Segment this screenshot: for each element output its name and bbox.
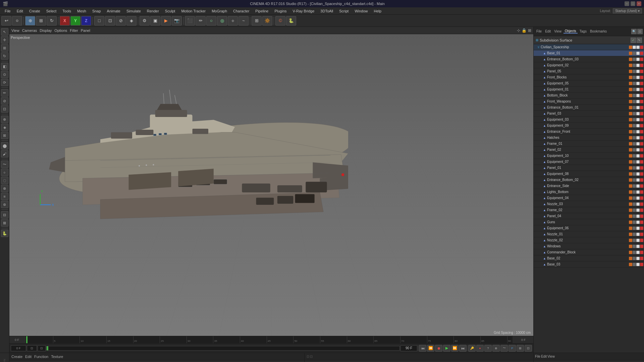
component-mode[interactable]: ⊡ — [105, 16, 115, 25]
rotate-tool[interactable]: ↻ — [47, 16, 57, 25]
obj-row-base-02[interactable]: ▲ Base_02 — [534, 255, 644, 261]
dot-white-7[interactable] — [636, 94, 640, 97]
obj-row-entrance-bottom-01[interactable]: ▲ Entrance_Bottom_01 — [534, 105, 644, 111]
dot-gray-12[interactable] — [633, 124, 636, 127]
dot-orange-16[interactable] — [629, 148, 632, 152]
dot-red-12[interactable] — [640, 124, 643, 127]
dot-white-24[interactable] — [636, 196, 640, 200]
dot-white-30[interactable] — [636, 233, 640, 236]
dot-orange-10[interactable] — [629, 112, 632, 115]
edge-mode[interactable]: ⊘ — [116, 16, 126, 25]
knife-tool[interactable]: ⊘ — [1, 97, 8, 105]
dot-orange-0[interactable] — [629, 52, 632, 55]
obj-row-equipment-03[interactable]: ▲ Equipment_03 — [534, 117, 644, 123]
cube-tool[interactable]: ⬛ — [185, 16, 195, 25]
dot-orange-19[interactable] — [629, 166, 632, 170]
nurbs-tool[interactable]: ○ — [206, 16, 216, 25]
menu-help[interactable]: Help — [371, 8, 384, 14]
dot-white-13[interactable] — [636, 130, 640, 133]
hair-tool[interactable]: ~ — [238, 16, 249, 25]
dot-orange-30[interactable] — [629, 233, 632, 236]
menu-vray[interactable]: V-Ray Bridge — [290, 8, 317, 14]
dot-white-5[interactable] — [636, 82, 640, 85]
dot-white-23[interactable] — [636, 190, 640, 194]
dot-orange-26[interactable] — [629, 208, 632, 212]
menu-3dtoall[interactable]: 3DToAll — [318, 8, 336, 14]
menu-character[interactable]: Character — [230, 8, 252, 14]
dot-white-10[interactable] — [636, 112, 640, 115]
vp-cameras-menu[interactable]: Cameras — [22, 28, 37, 33]
mat-texture-menu[interactable]: Texture — [51, 355, 63, 359]
obj-row-panel-02[interactable]: ▲ Panel_02 — [534, 147, 644, 153]
obj-row-entrance-front[interactable]: ▲ Entrance_Front — [534, 129, 644, 135]
menu-mograph[interactable]: MoGraph — [209, 8, 230, 14]
dot-orange-31[interactable] — [629, 239, 632, 242]
obj-row-panel-05[interactable]: ▲ Panel_05 — [534, 68, 644, 74]
python-left[interactable]: 🐍 — [1, 230, 8, 237]
dot-orange-25[interactable] — [629, 202, 632, 206]
dot-orange-6[interactable] — [629, 88, 632, 91]
obj-row-front-blocks[interactable]: ▲ Front_Blocks — [534, 74, 644, 80]
dot-gray-26[interactable] — [633, 208, 636, 212]
dot-gray-4[interactable] — [633, 76, 636, 79]
dot-gray-9[interactable] — [633, 106, 636, 109]
menu-motiontracker[interactable]: Motion Tracker — [178, 8, 208, 14]
menu-plugins[interactable]: Plugins — [272, 8, 289, 14]
obj-row-nozzle-01[interactable]: ▲ Nozzle_01 — [534, 231, 644, 237]
rotate-tool-left[interactable]: ↻ — [1, 52, 8, 60]
dot-red-17[interactable] — [640, 154, 643, 158]
dot-white-11[interactable] — [636, 118, 640, 121]
loop-select[interactable]: ⟳ — [1, 79, 8, 86]
current-frame-display[interactable]: 0 F — [11, 345, 26, 351]
polygon-mode[interactable]: ◈ — [126, 16, 137, 25]
dot-white-12[interactable] — [636, 124, 640, 127]
dot-red-26[interactable] — [640, 208, 643, 212]
end-frame-input[interactable] — [400, 345, 417, 351]
dot-red-31[interactable] — [640, 239, 643, 242]
dot-white-28[interactable] — [636, 221, 640, 224]
dot-gray-32[interactable] — [633, 245, 636, 248]
row-dot-4[interactable] — [640, 46, 643, 49]
prop-view[interactable]: View — [547, 355, 555, 358]
obj-file-tab[interactable]: File — [535, 29, 543, 33]
dot-orange-14[interactable] — [629, 136, 632, 139]
obj-row-base-01[interactable]: ▲ Base_01 — [534, 50, 644, 56]
dot-white-26[interactable] — [636, 208, 640, 212]
mat-edit-menu[interactable]: Edit — [25, 355, 32, 359]
effector-tool[interactable]: ⟡ — [228, 16, 238, 25]
dot-gray-0[interactable] — [633, 52, 636, 55]
dot-white-14[interactable] — [636, 136, 640, 139]
hair-left[interactable]: ≡ — [1, 193, 8, 200]
dot-orange-1[interactable] — [629, 58, 632, 61]
dot-red-20[interactable] — [640, 172, 643, 176]
dot-red-23[interactable] — [640, 190, 643, 194]
dot-white-22[interactable] — [636, 184, 640, 188]
dot-gray-30[interactable] — [633, 233, 636, 236]
vp-options-menu[interactable]: Options — [54, 28, 67, 33]
dot-red-6[interactable] — [640, 88, 643, 91]
live-select[interactable]: ⊙ — [1, 71, 8, 78]
obj-row-windows[interactable]: ▲ Windows — [534, 243, 644, 249]
dot-orange-29[interactable] — [629, 227, 632, 230]
bevel-tool[interactable]: ◈ — [1, 124, 8, 131]
deformer-tool[interactable]: ◎ — [217, 16, 227, 25]
obj-row-nozzle-02[interactable]: ▲ Nozzle_02 — [534, 237, 644, 243]
dot-white-19[interactable] — [636, 166, 640, 170]
dot-red-14[interactable] — [640, 136, 643, 139]
menu-render[interactable]: Render — [144, 8, 162, 14]
vp-display-menu[interactable]: Display — [40, 28, 52, 33]
dot-gray-22[interactable] — [633, 184, 636, 188]
dot-red-33[interactable] — [640, 251, 643, 254]
sculpt-left[interactable]: ⊗ — [1, 185, 8, 192]
dot-gray-31[interactable] — [633, 239, 636, 242]
dot-orange-5[interactable] — [629, 82, 632, 85]
dot-red-7[interactable] — [640, 94, 643, 97]
dot-white-6[interactable] — [636, 88, 640, 91]
dot-gray-5[interactable] — [633, 82, 636, 85]
key-mode-btn[interactable]: 🔑 — [468, 345, 476, 352]
dot-red-1[interactable] — [640, 58, 643, 61]
dot-orange-35[interactable] — [629, 263, 632, 266]
brush-tool[interactable]: ⊡ — [1, 105, 8, 113]
polygon-select[interactable]: ◧ — [1, 63, 8, 70]
dot-orange-24[interactable] — [629, 196, 632, 200]
